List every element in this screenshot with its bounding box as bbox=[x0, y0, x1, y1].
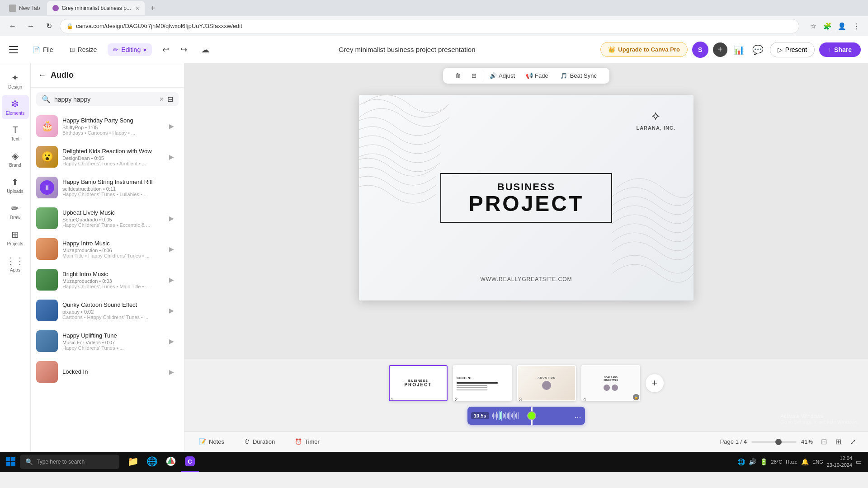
sidebar-item-elements[interactable]: ❇ Elements bbox=[2, 95, 29, 119]
play-button-1[interactable]: ▶ bbox=[164, 119, 179, 133]
upgrade-button[interactable]: 👑 Upgrade to Canva Pro bbox=[600, 42, 688, 57]
slide-thumb-4[interactable]: GOALS ANDOBJECTIVES 🔒 bbox=[581, 365, 640, 401]
play-button-9[interactable]: ▶ bbox=[164, 365, 179, 379]
zoom-thumb[interactable] bbox=[775, 439, 782, 445]
comment-icon[interactable]: 💬 bbox=[751, 42, 765, 57]
scrubber-handle[interactable] bbox=[527, 411, 536, 420]
share-button[interactable]: ↑ Share bbox=[819, 42, 861, 57]
bookmark-icon[interactable]: ☆ bbox=[807, 20, 819, 33]
adjust-button[interactable]: 🔊 Adjust bbox=[485, 70, 519, 81]
audio-info-7: Quirky Cartoon Sound Effect pixabay • 0:… bbox=[62, 301, 160, 320]
url-bar[interactable]: 🔒 canva.com/design/DAGUXr7jhM0/qfwxol6fj… bbox=[60, 19, 799, 33]
taskbar-time-text: 12:04 bbox=[827, 455, 852, 462]
tab-close-btn[interactable]: × bbox=[136, 5, 139, 12]
audio-track-item[interactable]: Happy Intro Music Muzaproduction • 0:06 … bbox=[31, 234, 184, 264]
audio-track-item[interactable]: 🎂 Happy Birthday Party Song ShiftyPop • … bbox=[31, 111, 184, 141]
play-button-4[interactable]: ▶ bbox=[164, 211, 179, 225]
audio-track-item[interactable]: Quirky Cartoon Sound Effect pixabay • 0:… bbox=[31, 295, 184, 326]
cloud-save-icon[interactable]: ☁ bbox=[197, 42, 213, 58]
file-button[interactable]: 📄 File bbox=[27, 43, 59, 56]
audio-track-item[interactable]: Locked In ▶ bbox=[31, 357, 184, 387]
chart-icon[interactable]: 📊 bbox=[732, 42, 746, 57]
audio-track[interactable]: 10.5s bbox=[467, 407, 585, 425]
undo-button[interactable]: ↩ bbox=[157, 42, 174, 58]
slide-thumb-wrap-1[interactable]: BUSINESS PROJECT 1 bbox=[389, 365, 448, 401]
profile-icon[interactable]: 👤 bbox=[835, 20, 848, 33]
search-filter-icon[interactable]: ⊟ bbox=[167, 95, 173, 103]
pause-button-3[interactable]: ⏸ bbox=[40, 180, 54, 195]
battery-icon[interactable]: 🔋 bbox=[760, 458, 768, 465]
fade-button[interactable]: 📢 Fade bbox=[521, 70, 553, 81]
slide-thumb-wrap-4[interactable]: GOALS ANDOBJECTIVES 🔒 4 bbox=[581, 365, 640, 401]
play-button-7[interactable]: ▶ bbox=[164, 303, 179, 318]
taskbar-app-chrome[interactable] bbox=[162, 452, 180, 472]
add-slide-button[interactable]: + bbox=[646, 374, 664, 392]
audio-track-item[interactable]: ⏸ Happy Banjo String Instrument Riff sel… bbox=[31, 172, 184, 203]
back-arrow-icon[interactable]: ← bbox=[38, 70, 46, 80]
back-button[interactable]: ← bbox=[5, 19, 20, 33]
taskbar-app-edge[interactable]: 🌐 bbox=[143, 452, 161, 472]
beat-sync-button[interactable]: 🎵 Beat Sync bbox=[555, 70, 602, 81]
slide-thumb-3[interactable]: ABOUT US bbox=[517, 365, 576, 401]
fullscreen-button[interactable]: ⤢ bbox=[846, 436, 859, 448]
play-button-8[interactable]: ▶ bbox=[164, 334, 179, 348]
resize-label: Resize bbox=[78, 46, 97, 53]
present-button[interactable]: ▷ Present bbox=[770, 42, 815, 57]
slide-thumb-1[interactable]: BUSINESS PROJECT bbox=[389, 365, 448, 401]
new-tab-button[interactable]: + bbox=[146, 2, 159, 14]
taskbar-search-box[interactable]: 🔍 Type here to search bbox=[20, 455, 119, 469]
zoom-slider[interactable] bbox=[751, 441, 797, 443]
tab-active[interactable]: Grey minimalist business p... × bbox=[47, 1, 145, 15]
duration-button[interactable]: ⏱ Duration bbox=[239, 436, 280, 447]
audio-scrubber[interactable] bbox=[531, 407, 533, 425]
sidebar-item-draw[interactable]: ✏ Draw bbox=[2, 199, 29, 224]
delete-audio-button[interactable]: 🗑 bbox=[450, 70, 465, 81]
timer-button[interactable]: ⏰ Timer bbox=[289, 436, 325, 447]
add-collaborator-button[interactable]: + bbox=[713, 42, 727, 57]
audio-track-item[interactable]: Happy Uplifting Tune Music For Videos • … bbox=[31, 326, 184, 357]
audio-track-menu-icon[interactable]: … bbox=[574, 412, 581, 420]
slide-thumb-wrap-3[interactable]: ABOUT US 3 bbox=[517, 365, 576, 401]
play-button-5[interactable]: ▶ bbox=[164, 242, 179, 256]
slide-title-box[interactable]: BUSINESS PROJECT bbox=[440, 173, 612, 223]
audio-search-box[interactable]: 🔍 × ⊟ bbox=[36, 92, 179, 106]
editing-button[interactable]: ✏ Editing ▾ bbox=[108, 43, 152, 56]
reload-button[interactable]: ↻ bbox=[42, 19, 56, 33]
slide-thumb-wrap-2[interactable]: CONTENT 2 bbox=[453, 365, 512, 401]
notification-icon[interactable]: 🔔 bbox=[801, 458, 809, 465]
sidebar-item-brand[interactable]: ◈ Brand bbox=[2, 147, 29, 171]
grid-view-button[interactable]: ⊞ bbox=[832, 436, 844, 448]
crop-audio-button[interactable]: ⊟ bbox=[467, 70, 481, 81]
notes-button[interactable]: 📝 Notes bbox=[193, 436, 230, 447]
sidebar-item-apps[interactable]: ⋮⋮ Apps bbox=[2, 252, 29, 276]
audio-search-input[interactable] bbox=[54, 96, 156, 103]
taskbar-app-canva[interactable]: C bbox=[181, 452, 199, 472]
avatar-button[interactable]: S bbox=[692, 42, 708, 58]
slide-thumb-2[interactable]: CONTENT bbox=[453, 365, 512, 401]
extensions-icon[interactable]: 🧩 bbox=[821, 20, 834, 33]
audio-track-item[interactable]: Upbeat Lively Music SergeQuadrado • 0:05… bbox=[31, 203, 184, 234]
show-desktop-icon[interactable]: ▭ bbox=[856, 458, 862, 465]
resize-button[interactable]: ⊡ Resize bbox=[64, 43, 103, 56]
audio-track-item[interactable]: Bright Intro Music Muzaproduction • 0:03… bbox=[31, 264, 184, 295]
taskbar-app-file-explorer[interactable]: 📁 bbox=[124, 452, 142, 472]
sidebar-item-design[interactable]: ✦ Design bbox=[2, 69, 29, 93]
volume-icon[interactable]: 🔊 bbox=[749, 458, 756, 465]
taskbar-clock[interactable]: 12:04 23-10-2024 bbox=[827, 455, 852, 469]
sidebar-item-projects[interactable]: ⊞ Projects bbox=[2, 225, 29, 250]
hamburger-menu[interactable] bbox=[7, 42, 22, 57]
fit-view-button[interactable]: ⊡ bbox=[817, 436, 830, 448]
sidebar-item-text[interactable]: T Text bbox=[2, 121, 29, 145]
play-button-6[interactable]: ▶ bbox=[164, 272, 179, 287]
more-options-icon[interactable]: ⋮ bbox=[850, 20, 863, 33]
audio-track-item[interactable]: 😮 Delighted Kids Reaction with Wow Desig… bbox=[31, 141, 184, 172]
tab-inactive[interactable]: New Tab bbox=[4, 1, 45, 15]
play-button-2[interactable]: ▶ bbox=[164, 150, 179, 164]
sidebar-item-uploads[interactable]: ⬆ Uploads bbox=[2, 173, 29, 197]
redo-button[interactable]: ↪ bbox=[175, 42, 192, 58]
present-icon: ▷ bbox=[778, 46, 783, 53]
search-clear-icon[interactable]: × bbox=[160, 95, 164, 103]
windows-start-button[interactable] bbox=[3, 454, 19, 470]
network-icon[interactable]: 🌐 bbox=[737, 458, 745, 465]
forward-button[interactable]: → bbox=[24, 19, 38, 33]
